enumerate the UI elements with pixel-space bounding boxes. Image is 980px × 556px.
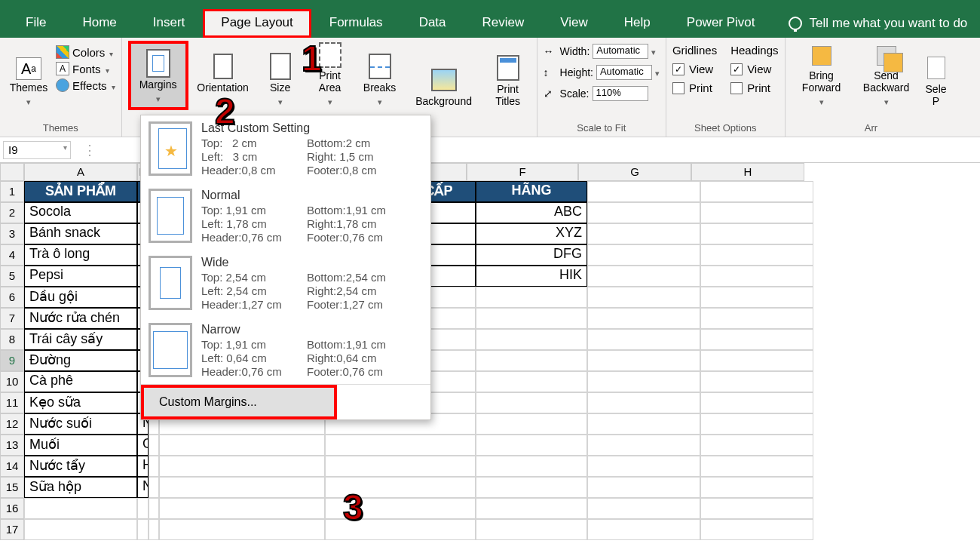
effects-button[interactable]: Effects: [56, 78, 115, 92]
cell[interactable]: [587, 435, 700, 456]
margins-button[interactable]: Margins: [128, 41, 188, 110]
cell[interactable]: [476, 456, 587, 477]
cell[interactable]: Nước tẩy: [24, 456, 137, 477]
selection-pane-button[interactable]: Sele P: [921, 41, 951, 110]
cell[interactable]: Nước rửa chén: [24, 308, 137, 329]
tab-home[interactable]: Home: [64, 9, 134, 38]
cell[interactable]: SẢN PHẨM: [24, 181, 137, 202]
cell[interactable]: [700, 287, 813, 308]
cell[interactable]: [476, 350, 587, 371]
cell[interactable]: [700, 519, 813, 540]
cell[interactable]: [476, 435, 587, 456]
cell[interactable]: [587, 287, 700, 308]
margins-last-custom[interactable]: ★ Last Custom Setting Top: 2 cm Bottom:2…: [141, 115, 430, 183]
tab-power-pivot[interactable]: Power Pivot: [669, 9, 773, 38]
cell[interactable]: Pepsi: [24, 266, 137, 287]
cell[interactable]: [137, 519, 149, 540]
cell[interactable]: Trái cây sấy: [24, 329, 137, 350]
cell[interactable]: HIK: [476, 266, 587, 287]
row-header[interactable]: 6: [0, 287, 24, 308]
cell[interactable]: [700, 477, 813, 498]
cell[interactable]: Trà ô long: [24, 244, 137, 266]
cell[interactable]: [587, 308, 700, 329]
cell[interactable]: [700, 413, 813, 435]
cell[interactable]: [149, 477, 159, 498]
cell[interactable]: Đường: [24, 350, 137, 371]
cell[interactable]: [587, 392, 700, 413]
row-header[interactable]: 9: [0, 350, 24, 371]
cell[interactable]: [587, 413, 700, 435]
tab-page-layout[interactable]: Page Layout: [203, 9, 311, 38]
cell[interactable]: XYZ: [476, 223, 587, 244]
gridlines-view-checkbox[interactable]: [672, 63, 684, 75]
cell[interactable]: [476, 329, 587, 350]
cell[interactable]: [700, 350, 813, 371]
tab-insert[interactable]: Insert: [135, 9, 204, 38]
cell[interactable]: [476, 519, 587, 540]
cell[interactable]: [476, 287, 587, 308]
send-backward-button[interactable]: Send Backward: [856, 41, 917, 110]
col-header-F[interactable]: F: [467, 163, 578, 181]
row-header[interactable]: 11: [0, 392, 24, 413]
select-all-corner[interactable]: [0, 163, 24, 181]
cell[interactable]: [587, 202, 700, 223]
cell[interactable]: [149, 498, 159, 519]
background-button[interactable]: Background: [407, 41, 481, 110]
cell[interactable]: H: [137, 456, 149, 477]
cell[interactable]: [700, 181, 813, 202]
cell[interactable]: N: [137, 477, 149, 498]
headings-view-checkbox[interactable]: [730, 63, 743, 75]
colors-button[interactable]: Colors: [56, 45, 115, 59]
row-header[interactable]: 14: [0, 456, 24, 477]
cell[interactable]: [700, 329, 813, 350]
cell[interactable]: [325, 435, 476, 456]
cell[interactable]: [700, 223, 813, 244]
cell[interactable]: DFG: [476, 244, 587, 266]
cell[interactable]: [587, 181, 700, 202]
cell[interactable]: [159, 519, 325, 540]
margins-narrow[interactable]: Narrow Top: 1,91 cm Bottom:1,91 cm Left:…: [141, 317, 430, 384]
themes-button[interactable]: Aa Themes: [6, 41, 51, 110]
cell[interactable]: Muối: [24, 435, 137, 456]
tab-formulas[interactable]: Formulas: [311, 9, 401, 38]
cell[interactable]: Kẹo sữa: [24, 392, 137, 413]
cell[interactable]: Sữa hộp: [24, 477, 137, 498]
tab-review[interactable]: Review: [464, 9, 543, 38]
cell[interactable]: [587, 519, 700, 540]
cell[interactable]: [149, 519, 159, 540]
tell-me[interactable]: Tell me what you want to do: [773, 9, 968, 38]
print-titles-button[interactable]: Print Titles: [485, 41, 531, 110]
cell[interactable]: [700, 456, 813, 477]
breaks-button[interactable]: Breaks: [357, 41, 403, 110]
cell[interactable]: [476, 498, 587, 519]
row-header[interactable]: 12: [0, 413, 24, 435]
cell[interactable]: [587, 329, 700, 350]
cell[interactable]: [476, 477, 587, 498]
size-button[interactable]: Size: [258, 41, 303, 110]
cell[interactable]: [700, 435, 813, 456]
cell[interactable]: [159, 435, 325, 456]
cell[interactable]: [476, 308, 587, 329]
cell[interactable]: [587, 266, 700, 287]
row-header[interactable]: 13: [0, 435, 24, 456]
cell[interactable]: Bánh snack: [24, 223, 137, 244]
cell[interactable]: [476, 413, 587, 435]
margins-wide[interactable]: Wide Top: 2,54 cm Bottom:2,54 cm Left: 2…: [141, 250, 430, 317]
width-combo[interactable]: Automatic: [593, 44, 648, 59]
cell[interactable]: [700, 371, 813, 392]
cell[interactable]: [476, 392, 587, 413]
cell[interactable]: [587, 223, 700, 244]
cell[interactable]: [700, 202, 813, 223]
col-header-G[interactable]: G: [578, 163, 691, 181]
cell[interactable]: [159, 477, 325, 498]
cell[interactable]: HÃNG: [476, 181, 587, 202]
cell[interactable]: [587, 350, 700, 371]
cell[interactable]: ABC: [476, 202, 587, 223]
cell[interactable]: [700, 244, 813, 266]
cell[interactable]: [476, 371, 587, 392]
cell[interactable]: [587, 371, 700, 392]
tab-view[interactable]: View: [542, 9, 606, 38]
scale-spinner[interactable]: 110%: [593, 86, 648, 101]
row-header[interactable]: 2: [0, 202, 24, 223]
cell[interactable]: Dầu gội: [24, 287, 137, 308]
